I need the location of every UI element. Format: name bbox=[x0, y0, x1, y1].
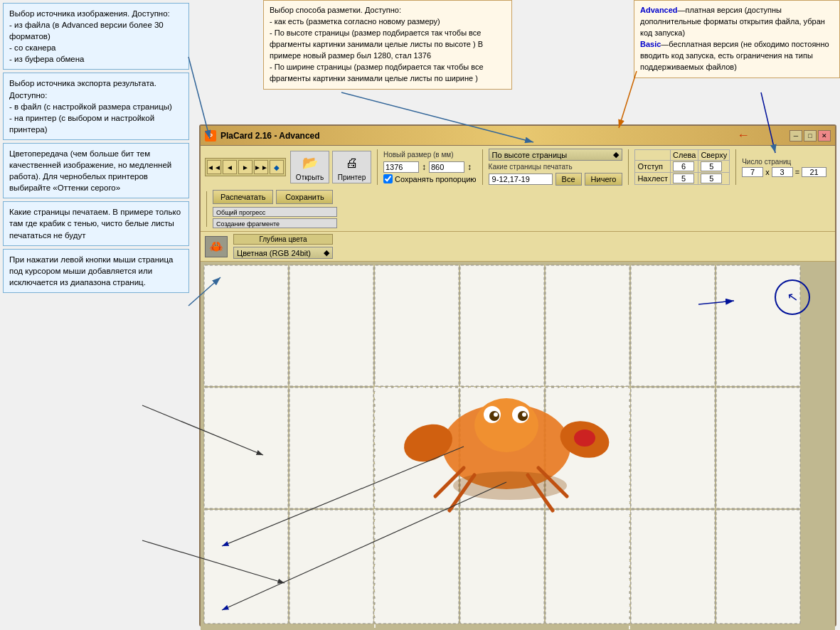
info-box-pages-text: Какие страницы печатаем. В примере тольк… bbox=[9, 208, 181, 239]
svg-point-23 bbox=[453, 471, 567, 500]
svg-rect-17 bbox=[375, 510, 459, 624]
canvas-area[interactable]: ↖ bbox=[201, 262, 835, 630]
toolbar-row2: 🦀 Глубина цвета Цветная (RGB 24bit) ◆ bbox=[201, 232, 835, 262]
all-button[interactable]: Все bbox=[555, 173, 582, 186]
proportion-row: Сохранять пропорцию bbox=[383, 174, 477, 183]
proportion-checkbox[interactable] bbox=[383, 174, 393, 183]
none-button[interactable]: Ничего bbox=[585, 173, 623, 186]
cursor-indicator: ↖ bbox=[775, 279, 810, 315]
color-mode-text: Цветная (RGB 24bit) bbox=[237, 249, 311, 257]
dropdown-icon: ◆ bbox=[613, 150, 619, 159]
svg-point-29 bbox=[494, 412, 498, 417]
left-panel: Выбор источника изображения. Доступно: -… bbox=[0, 0, 192, 630]
grid-svg bbox=[201, 262, 835, 630]
size-height-input[interactable] bbox=[429, 161, 464, 173]
svg-point-30 bbox=[522, 412, 526, 417]
proportion-label: Сохранять пропорцию bbox=[395, 175, 477, 183]
progress-label: Общий прогресс bbox=[216, 208, 265, 218]
svg-rect-8 bbox=[204, 388, 288, 508]
overlap-top-input[interactable] bbox=[701, 173, 722, 183]
info-box-source-text: Выбор источника изображения. Доступно: -… bbox=[9, 9, 170, 63]
info-box-export-text: Выбор источника экспорта результата. Дос… bbox=[9, 79, 172, 133]
info-box-color-text: Цветопередача (чем больше бит тем качест… bbox=[9, 149, 171, 192]
count-eq: = bbox=[795, 168, 799, 176]
size-width-input[interactable] bbox=[383, 161, 419, 173]
app-icon: P bbox=[205, 130, 216, 142]
pages-y-input[interactable] bbox=[772, 167, 793, 177]
printer-label: Принтер bbox=[338, 173, 366, 181]
svg-rect-19 bbox=[546, 510, 629, 624]
nav-prev[interactable]: ◄ bbox=[223, 160, 237, 174]
svg-rect-3 bbox=[375, 265, 459, 386]
print-pages-label: Какие страницы печатать bbox=[489, 163, 623, 171]
indent-left-input[interactable] bbox=[673, 161, 694, 171]
svg-rect-13 bbox=[631, 388, 715, 508]
info-box-click: При нажатии левой кнопки мыши страница п… bbox=[3, 249, 189, 293]
color-mode-dropdown[interactable]: Цветная (RGB 24bit) ◆ bbox=[233, 247, 333, 259]
left-col-label: Слева bbox=[671, 150, 698, 161]
action-buttons: Распечатать Сохранить Общий прогресс Соз… bbox=[213, 190, 337, 228]
svg-point-37 bbox=[574, 429, 595, 447]
mm-label bbox=[635, 150, 671, 161]
nav-first[interactable]: ◄◄ bbox=[207, 160, 221, 174]
fragments-bar: Создание фрагменте bbox=[213, 218, 337, 228]
version-arrow: ← bbox=[737, 128, 750, 143]
color-dropdown-icon: ◆ bbox=[324, 248, 329, 257]
info-box-click-text: При нажатии левой кнопки мыши страница п… bbox=[9, 255, 174, 287]
svg-rect-1 bbox=[204, 265, 288, 386]
layout-section: По высоте страницы ◆ Какие страницы печа… bbox=[489, 149, 623, 186]
color-depth-section: Глубина цвета Цветная (RGB 24bit) ◆ bbox=[233, 234, 333, 259]
save-button[interactable]: Сохранить bbox=[276, 190, 333, 204]
minimize-button[interactable]: ─ bbox=[790, 130, 802, 142]
info-box-pages: Какие страницы печатаем. В примере тольк… bbox=[3, 201, 189, 245]
pages-total-input[interactable] bbox=[802, 167, 826, 177]
svg-rect-4 bbox=[460, 265, 544, 386]
svg-rect-5 bbox=[546, 265, 629, 386]
depth-label: Глубина цвета bbox=[233, 234, 333, 245]
annotation-basic-label: Basic bbox=[640, 40, 661, 48]
annotation-layout: Выбор способа разметки. Доступно: - как … bbox=[263, 0, 512, 90]
window-controls[interactable]: ─ □ ✕ bbox=[790, 130, 831, 142]
svg-rect-18 bbox=[460, 510, 544, 624]
size-section: Новый размер (в мм) ↕ ↕ Сохранять пропор… bbox=[383, 151, 477, 183]
margins-table: Слева Сверху Отступ Нахлест bbox=[634, 149, 730, 185]
nav-buttons: ◄◄ ◄ ► ►► ◆ bbox=[205, 158, 286, 176]
svg-rect-16 bbox=[289, 510, 373, 624]
maximize-button[interactable]: □ bbox=[804, 130, 817, 142]
pages-x-input[interactable] bbox=[742, 167, 763, 177]
indent-top-input[interactable] bbox=[701, 161, 722, 171]
separator1 bbox=[377, 149, 378, 185]
open-button[interactable]: 📂 Открыть bbox=[290, 151, 329, 183]
print-button[interactable]: Распечатать bbox=[213, 190, 273, 204]
pages-filter-row: Все Ничего bbox=[489, 173, 623, 186]
size-label: Новый размер (в мм) bbox=[383, 151, 477, 159]
size-separator: ↕ bbox=[422, 162, 426, 172]
page-count-row: x = bbox=[742, 167, 826, 177]
printer-button[interactable]: 🖨 Принтер bbox=[332, 151, 371, 183]
annotation-layout-text: Выбор способа разметки. Доступно: - как … bbox=[270, 6, 484, 82]
annotation-advanced-label: Advanced bbox=[640, 6, 678, 14]
nav-last[interactable]: ►► bbox=[254, 160, 268, 174]
layout-dropdown[interactable]: По высоте страницы ◆ bbox=[489, 149, 623, 161]
pages-input[interactable] bbox=[489, 173, 553, 185]
page-count-label: Число страниц bbox=[742, 158, 826, 166]
svg-rect-14 bbox=[716, 388, 800, 508]
svg-rect-15 bbox=[204, 510, 288, 624]
info-box-source: Выбор источника изображения. Доступно: -… bbox=[3, 3, 189, 70]
close-button[interactable]: ✕ bbox=[818, 130, 831, 142]
separator3 bbox=[628, 149, 629, 185]
size-separator2: ↕ bbox=[467, 162, 472, 172]
title-bar: P PlaCard 2.16 - Advanced ← ─ □ ✕ bbox=[201, 126, 835, 146]
thumb-icon: 🦀 bbox=[209, 240, 223, 253]
svg-rect-2 bbox=[289, 265, 373, 386]
open-label: Открыть bbox=[296, 173, 324, 181]
nav-diamond[interactable]: ◆ bbox=[270, 160, 284, 174]
main-window: P PlaCard 2.16 - Advanced ← ─ □ ✕ ◄◄ ◄ ►… bbox=[199, 124, 836, 626]
annotation-basic-text: —бесплатная версия (не обходимо постоянн… bbox=[640, 40, 829, 71]
svg-rect-9 bbox=[289, 388, 373, 508]
overlap-left-input[interactable] bbox=[673, 173, 694, 183]
image-preview-thumb: 🦀 bbox=[205, 236, 228, 257]
nav-next[interactable]: ► bbox=[238, 160, 252, 174]
progress-section: Общий прогресс Создание фрагменте bbox=[213, 207, 337, 228]
open-printer-group: 📂 Открыть 🖨 Принтер bbox=[290, 151, 371, 183]
